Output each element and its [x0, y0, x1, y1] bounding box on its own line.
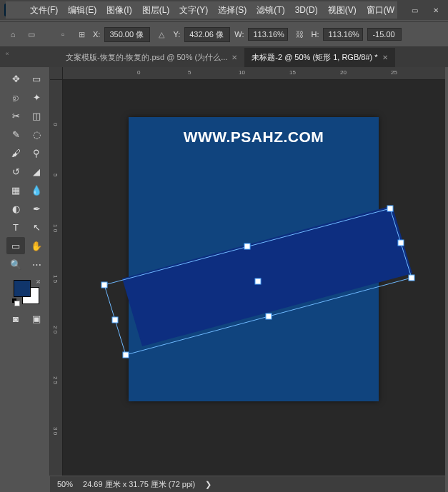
svg-rect-5	[123, 352, 129, 358]
tools-panel: ✥▭ ⟄✦ ✂◫ ✎◌ 🖌⚲ ↺◢ ▦💧 ◐✒ T↖ ▭✋ 🔍⋯ ⤭ ◙▣	[3, 67, 50, 476]
status-arrow-icon[interactable]: ❯	[205, 480, 211, 489]
document-tabs: 文案模版-恢复的-恢复的.psd @ 50% (为什么... ✕ 未标题-2 @…	[0, 47, 448, 67]
screenmode-tool[interactable]: ▣	[27, 310, 46, 327]
quickmask-tool[interactable]: ◙	[6, 310, 25, 327]
menu-layer[interactable]: 图层(L)	[139, 3, 173, 18]
menu-type[interactable]: 文字(Y)	[176, 3, 211, 18]
artboard[interactable]: WWW.PSAHZ.COM	[129, 117, 379, 401]
angle-field[interactable]: -15.00	[367, 28, 402, 41]
ruler-tick: 20	[340, 69, 347, 76]
dodge-tool[interactable]: ◐	[6, 200, 25, 217]
svg-rect-4	[409, 275, 414, 281]
menu-bar: 文件(F) 编辑(E) 图像(I) 图层(L) 文字(Y) 选择(S) 滤镜(T…	[6, 1, 397, 19]
menu-edit[interactable]: 编辑(E)	[65, 3, 99, 18]
svg-rect-7	[398, 240, 404, 246]
ruler-tick: 25	[391, 69, 397, 76]
close-icon[interactable]: ✕	[232, 54, 237, 61]
y-label: Y:	[173, 30, 180, 39]
menu-window[interactable]: 窗口(W	[364, 3, 397, 18]
doc-dimensions[interactable]: 24.69 厘米 x 31.75 厘米 (72 ppi)	[83, 479, 195, 490]
zoom-tool[interactable]: 🔍	[6, 256, 25, 273]
ruler-tick: 1 0	[52, 224, 59, 232]
stamp-tool[interactable]: ⚲	[27, 144, 46, 161]
lasso-tool[interactable]: ⟄	[6, 89, 25, 106]
tab-active[interactable]: 未标题-2 @ 50% (矩形 1, RGB/8#) * ✕	[244, 48, 394, 67]
options-bar: ⌂ ▭ ▫ ⊞ X: 350.00 像 △ Y: 432.06 像 W: 113…	[0, 21, 448, 47]
hand-tool[interactable]: ✋	[27, 237, 46, 254]
gradient-tool[interactable]: ▦	[6, 181, 25, 199]
transform-mode-icon[interactable]: ▭	[24, 27, 39, 41]
reference-grid-icon[interactable]: ⊞	[74, 27, 89, 41]
close-button[interactable]: ✕	[428, 4, 444, 16]
ruler-origin[interactable]	[50, 67, 63, 80]
shape-tool[interactable]: ▭	[6, 237, 25, 254]
ruler-tick: 5	[188, 69, 191, 76]
menu-view[interactable]: 视图(V)	[325, 3, 359, 18]
ruler-vertical[interactable]: 0 5 1 0 1 5 2 0 2 5 3 0	[50, 80, 63, 476]
color-swatches[interactable]: ⤭	[12, 278, 41, 306]
path-tool[interactable]: ↖	[27, 219, 46, 236]
ruler-tick: 15	[289, 69, 296, 76]
delta-icon[interactable]: △	[154, 27, 169, 41]
w-field[interactable]: 113.16%	[248, 28, 288, 41]
history-brush-tool[interactable]: ↺	[6, 163, 25, 180]
menu-3d[interactable]: 3D(D)	[292, 4, 321, 16]
menu-image[interactable]: 图像(I)	[104, 3, 134, 18]
ruler-tick: 1 5	[52, 275, 59, 283]
type-tool[interactable]: T	[6, 219, 25, 236]
panel-grip-icon[interactable]: «	[3, 50, 11, 57]
watermark-text: WWW.PSAHZ.COM	[129, 117, 379, 146]
y-field[interactable]: 432.06 像	[184, 27, 230, 42]
wand-tool[interactable]: ✦	[27, 89, 46, 106]
ruler-horizontal[interactable]: 0 5 10 15 20 25	[63, 67, 445, 80]
ruler-tick: 10	[239, 69, 245, 76]
maximize-button[interactable]: ▭	[407, 4, 422, 16]
ruler-tick: 0	[137, 69, 140, 76]
ruler-tick: 2 0	[52, 326, 59, 333]
reference-point-icon[interactable]: ▫	[56, 27, 70, 41]
svg-rect-3	[387, 206, 393, 211]
h-field[interactable]: 113.16%	[323, 28, 363, 41]
link-icon[interactable]: ⛓	[292, 27, 307, 41]
move-tool[interactable]: ✥	[6, 70, 25, 87]
close-icon[interactable]: ✕	[382, 54, 388, 61]
marquee-tool[interactable]: ▭	[27, 70, 46, 87]
menu-select[interactable]: 选择(S)	[215, 3, 249, 18]
brush-tool[interactable]: 🖌	[6, 144, 25, 161]
eyedropper-tool[interactable]: ✎	[6, 126, 25, 143]
svg-rect-9	[112, 317, 118, 323]
home-icon[interactable]: ⌂	[6, 27, 20, 41]
canvas-area[interactable]: 0 5 10 15 20 25 0 5 1 0 1 5 2 0 2 5 3 0 …	[50, 67, 445, 476]
edit-toolbar[interactable]: ⋯	[27, 256, 46, 273]
menu-file[interactable]: 文件(F)	[27, 3, 61, 18]
eraser-tool[interactable]: ◢	[27, 163, 46, 180]
x-field[interactable]: 350.00 像	[104, 27, 150, 42]
x-label: X:	[93, 30, 100, 39]
h-label: H:	[311, 30, 319, 39]
blur-tool[interactable]: 💧	[27, 181, 46, 199]
status-bar: 50% 24.69 厘米 x 31.75 厘米 (72 ppi) ❯	[50, 476, 445, 492]
crop-tool[interactable]: ✂	[6, 107, 25, 124]
tab-inactive[interactable]: 文案模版-恢复的-恢复的.psd @ 50% (为什么... ✕	[59, 48, 244, 67]
ruler-tick: 5	[52, 174, 59, 176]
ruler-tick: 2 5	[52, 376, 59, 384]
foreground-color[interactable]	[14, 280, 31, 297]
patch-tool[interactable]: ◌	[27, 126, 46, 143]
ruler-tick: 3 0	[52, 427, 59, 435]
svg-rect-2	[101, 282, 107, 288]
ruler-tick: 0	[52, 123, 59, 126]
tab-active-label: 未标题-2 @ 50% (矩形 1, RGB/8#) *	[252, 52, 377, 63]
zoom-level[interactable]: 50%	[57, 480, 73, 488]
slice-tool[interactable]: ◫	[27, 107, 46, 124]
tab-inactive-label: 文案模版-恢复的-恢复的.psd @ 50% (为什么...	[66, 52, 227, 63]
menu-filter[interactable]: 滤镜(T)	[254, 3, 287, 18]
w-label: W:	[234, 30, 244, 39]
swap-colors-icon[interactable]: ⤭	[36, 278, 41, 285]
pen-tool[interactable]: ✒	[27, 200, 46, 217]
default-colors-icon[interactable]	[12, 298, 19, 306]
